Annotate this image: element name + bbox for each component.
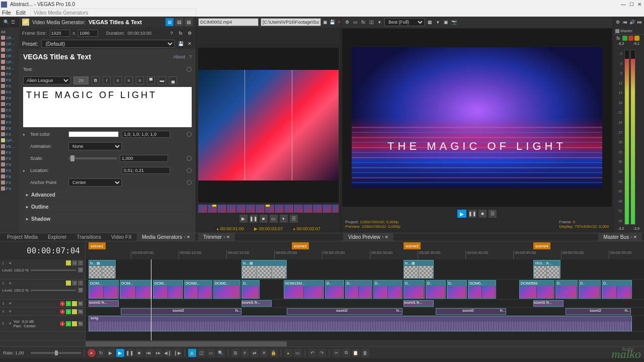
clip-video[interactable]: DCIM0583 [519, 280, 554, 299]
clip-audio[interactable]: sound1 fx... [89, 300, 119, 307]
redo-button[interactable]: ↷ [318, 349, 326, 357]
list-icon[interactable]: ☰ [10, 19, 16, 25]
tool-normal[interactable]: ▣ [188, 349, 196, 357]
close-button[interactable]: ✕ [636, 1, 643, 8]
chevron-right-icon[interactable]: ▸ [23, 168, 27, 173]
clip-audio-song[interactable]: song [89, 316, 632, 331]
add-icon[interactable]: ▣ [323, 19, 328, 25]
save-preset-icon[interactable]: 💾 [178, 41, 184, 47]
clip-video[interactable]: DCIM... [120, 280, 152, 299]
snapshot-icon[interactable]: 📷 [451, 19, 457, 25]
clip-audio[interactable]: sound2 fx... [121, 308, 242, 315]
frame-height-input[interactable] [78, 30, 98, 37]
track-header-video-1[interactable]: 1≡ ●◇⋮ Level: 100,0 %◫ [0, 259, 85, 280]
delete-button[interactable]: 🗑 [361, 349, 369, 357]
go-end-button[interactable]: ⏭ [154, 349, 163, 357]
clip-video[interactable]: D.. [404, 280, 425, 299]
playhead[interactable] [151, 259, 151, 340]
scale-value[interactable] [120, 155, 168, 162]
folder-icon[interactable]: 📁 [22, 19, 29, 26]
next-frame-button[interactable]: ❙▶ [174, 349, 182, 357]
text-preview-box[interactable]: THE MAGIC OF LIGHT [23, 87, 192, 127]
safe-icon[interactable]: ▣ [443, 19, 449, 25]
gear-icon[interactable]: ⚙ [187, 30, 193, 36]
stop-button[interactable]: ■ [260, 215, 268, 223]
clip-title[interactable]: fx...▤ [242, 260, 287, 279]
timeline-scrollbar[interactable] [0, 340, 644, 346]
tab-video-preview[interactable]: Video Preview ▫ ✕ [343, 233, 393, 241]
clip-video[interactable]: DCIM... [89, 280, 119, 299]
align-center-button[interactable]: ≡ [125, 76, 133, 84]
copy-button[interactable]: ⧉ [342, 349, 350, 357]
tab-video-fx[interactable]: Video FX [106, 233, 137, 241]
video-preview-viewport[interactable]: THE MAGIC OF LIGHT [342, 29, 612, 207]
help-icon[interactable]: ? [169, 30, 175, 36]
lock-button[interactable]: 🔒 [270, 349, 278, 357]
bold-button[interactable]: B [92, 76, 100, 84]
next-icon[interactable]: ⏭ [637, 19, 643, 25]
tab-transitions[interactable]: Transitions [71, 233, 106, 241]
grid-icon[interactable]: ▦ [427, 19, 433, 25]
align-left-button[interactable]: ≡ [114, 76, 122, 84]
undo-button[interactable]: ↶ [308, 349, 316, 357]
region-button[interactable]: ▭ [294, 349, 302, 357]
timecode-display[interactable]: 00:00:07:04 [0, 241, 86, 259]
clip-video[interactable]: D.. [602, 280, 632, 299]
tab-master-bus[interactable]: Master Bus ▫ ✕ [598, 233, 642, 241]
search-icon[interactable]: 🔍 [3, 19, 9, 25]
close-icon[interactable]: ▫ ✕ [382, 235, 388, 239]
pane-toggle-1[interactable]: ▦ [166, 18, 174, 26]
trimmer-path-input[interactable] [261, 18, 321, 26]
keyframe-dot[interactable] [187, 168, 192, 173]
delete-preset-icon[interactable]: ✕ [187, 41, 193, 47]
paste-button[interactable]: 📋 [352, 349, 360, 357]
track-header-audio-2[interactable]: 4≡ ●●●fx [0, 308, 85, 316]
align-top-button[interactable]: ▀ [147, 76, 155, 84]
clip-title[interactable]: VEG... fx... [533, 260, 560, 279]
dropdown-icon[interactable]: ▾ [376, 19, 382, 25]
tool-select[interactable]: ▭ [207, 349, 215, 357]
more-button[interactable]: ▾ [280, 215, 288, 223]
track-header-audio-1[interactable]: 3≡ ●●●fx [0, 300, 85, 308]
clip-audio[interactable]: sound1 fx... [404, 300, 434, 307]
location-value[interactable] [122, 167, 170, 174]
scene-marker[interactable]: scene1 [89, 242, 106, 249]
anchor-select[interactable]: Center [68, 178, 122, 187]
keyframe-dot[interactable] [187, 132, 192, 137]
prev-icon[interactable]: ⏮ [622, 19, 628, 25]
clip-video[interactable]: D.. [426, 280, 446, 299]
fx-icon[interactable]: fx [178, 30, 184, 36]
close-icon[interactable]: ▫ ✕ [184, 235, 190, 239]
preset-select[interactable]: (Default) [41, 40, 175, 48]
close-icon[interactable]: ✕ [337, 19, 341, 25]
minimize-button[interactable]: — [620, 1, 627, 8]
clip-audio[interactable]: sound1 fx... [242, 300, 272, 307]
font-size-input[interactable] [73, 76, 89, 84]
menu-button[interactable]: ☰ [290, 215, 298, 223]
fx-icon[interactable]: fx [360, 19, 366, 25]
track-header-video-2[interactable]: 2≡ ●◇⋮ Level: 100,0 %◫ [0, 280, 85, 300]
trimmer-file-input[interactable] [198, 18, 259, 26]
go-start-button[interactable]: ⏮ [145, 349, 153, 357]
clip-title[interactable]: fx...▤ [404, 260, 434, 279]
clip-video[interactable]: D.. [242, 280, 260, 299]
play-button[interactable]: ▶ [116, 349, 124, 357]
tool-envelope[interactable]: ◫ [198, 349, 206, 357]
textcolor-swatch[interactable] [68, 131, 119, 137]
font-select[interactable]: Alien League [23, 76, 70, 84]
track-header-audio-3[interactable]: 5≡ Vol:0,0 dB Pan:Center ●●●fx [0, 316, 85, 332]
rate-slider[interactable] [31, 352, 81, 354]
section-outline[interactable]: ▸Outline [23, 202, 192, 212]
master-fx-icon[interactable]: fx [615, 35, 621, 41]
preview-play-button[interactable]: ▶ [457, 210, 466, 218]
timeline-tracks[interactable]: fx...▤ fx...▤ fx...▤ VEG... fx... [86, 259, 644, 340]
timeline-ruler[interactable]: scene1 scene2 scene3 scene4 00:00:05:00 … [86, 241, 644, 259]
overlay-icon[interactable]: ▾ [435, 19, 441, 25]
stop-button[interactable]: ■ [135, 349, 143, 357]
menu-file[interactable]: File [2, 10, 11, 16]
keyframe-dot[interactable] [187, 180, 192, 185]
tool-zoom[interactable]: 🔍 [217, 349, 225, 357]
trimmer-filmstrip[interactable] [198, 205, 339, 213]
play-start-button[interactable]: ▶ [107, 349, 115, 357]
align-right-button[interactable]: ≡ [136, 76, 144, 84]
